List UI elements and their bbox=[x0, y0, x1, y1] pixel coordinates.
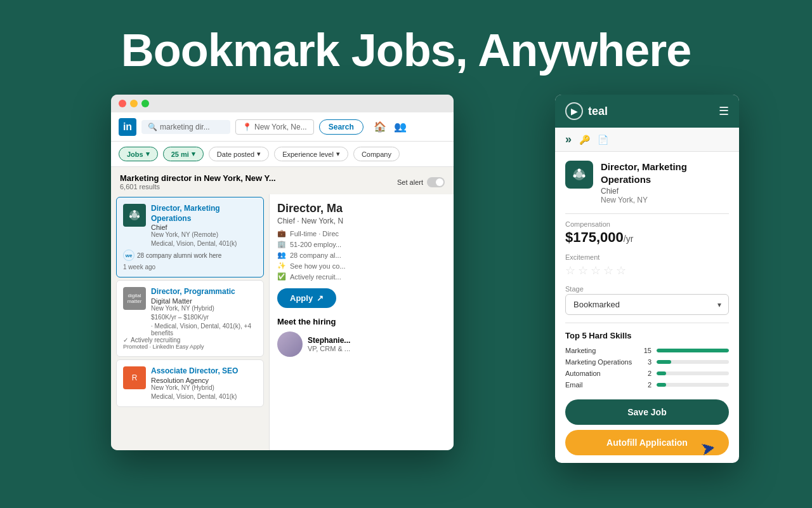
home-icon[interactable]: 🏠 bbox=[374, 121, 386, 133]
alumni-info-1: we 28 company alumni work here bbox=[123, 250, 257, 261]
skill-bar-fill-1 bbox=[657, 349, 729, 352]
stage-select[interactable]: Bookmarked Applied Interviewing Offer Re… bbox=[565, 294, 729, 315]
job-title-1: Director, Marketing Operations bbox=[151, 204, 257, 224]
star-4[interactable]: ☆ bbox=[603, 264, 613, 277]
company-logo-dm: digital matter bbox=[123, 287, 146, 310]
filter-jobs[interactable]: Jobs ▾ bbox=[119, 147, 158, 161]
filter-company[interactable]: Company bbox=[353, 147, 400, 161]
teal-logo-text: teal bbox=[588, 105, 608, 118]
list-item[interactable]: Director, Marketing Operations Chief New… bbox=[116, 197, 264, 277]
fast-forward-icon[interactable]: » bbox=[565, 133, 572, 146]
teal-job-company: Chief bbox=[601, 187, 729, 196]
teal-company-logo bbox=[565, 161, 593, 189]
dot-close[interactable] bbox=[119, 100, 126, 107]
job-location-2: New York, NY (Hybrid) bbox=[151, 305, 257, 312]
alert-switch[interactable] bbox=[427, 177, 445, 187]
meta-recruiting: ✅ Actively recruit... bbox=[277, 272, 446, 281]
filter-date[interactable]: Date posted ▾ bbox=[209, 147, 269, 161]
meta-match: ✨ See how you co... bbox=[277, 262, 446, 270]
skill-count-3: 2 bbox=[640, 370, 652, 377]
teal-header: ▶ teal ☰ bbox=[555, 95, 739, 128]
results-count: 6,601 results bbox=[120, 183, 276, 190]
job-benefits-2: · Medical, Vision, Dental, 401(k), +4 be… bbox=[151, 323, 257, 337]
teal-footer: Save Job Autofill Application ⮞ bbox=[555, 392, 739, 463]
job-title-2: Director, Programmatic bbox=[151, 287, 257, 297]
hiring-name: Stephanie... bbox=[308, 336, 350, 345]
search-button[interactable]: Search bbox=[319, 119, 363, 135]
location-bar[interactable]: 📍 New York, Ne... bbox=[235, 119, 314, 135]
job-detail-panel: Director, Ma Chief · New York, N 💼 Full-… bbox=[270, 194, 454, 450]
job-info-1: Director, Marketing Operations Chief New… bbox=[151, 204, 257, 247]
divider-1 bbox=[565, 213, 729, 214]
teal-job-info: Director, Marketing Operations Chief New… bbox=[601, 161, 729, 204]
svg-point-8 bbox=[573, 175, 577, 178]
skill-count-4: 2 bbox=[640, 381, 652, 389]
company-name-1: Chief bbox=[151, 224, 257, 231]
autofill-wrapper: Autofill Application ⮞ bbox=[565, 430, 729, 455]
svg-point-9 bbox=[582, 175, 586, 178]
network-icon[interactable]: 👥 bbox=[394, 121, 407, 133]
check-icon: ✓ bbox=[123, 337, 128, 344]
hiring-title-text: VP, CRM & ... bbox=[308, 345, 350, 352]
list-item[interactable]: R Associate Director, SEO Resolution Age… bbox=[116, 359, 264, 407]
filter-experience[interactable]: Experience level ▾ bbox=[274, 147, 348, 161]
dot-minimize[interactable] bbox=[130, 100, 138, 107]
promoted-tag-2: Promoted · LinkedIn Easy Apply bbox=[123, 344, 257, 350]
building-icon: 🏢 bbox=[277, 240, 286, 248]
company-name-3: Resolution Agency bbox=[151, 377, 257, 384]
skill-row-automation: Automation 2 bbox=[565, 370, 729, 377]
star-3[interactable]: ☆ bbox=[591, 264, 601, 277]
job-salary-2: $160K/yr – $180K/yr bbox=[151, 314, 257, 321]
search-bar[interactable]: 🔍 marketing dir... bbox=[141, 120, 230, 134]
linkedin-logo: in bbox=[119, 118, 136, 136]
hiring-title: Meet the hiring bbox=[277, 317, 446, 326]
save-job-button[interactable]: Save Job bbox=[565, 399, 729, 425]
skill-row-mktg-ops: Marketing Operations 3 bbox=[565, 358, 729, 366]
dot-maximize[interactable] bbox=[141, 100, 149, 107]
star-5[interactable]: ☆ bbox=[616, 264, 626, 277]
key-icon[interactable]: 🔑 bbox=[579, 135, 590, 145]
compensation-label: Compensation bbox=[565, 220, 729, 228]
list-item[interactable]: digital matter Director, Programmatic Di… bbox=[116, 280, 264, 357]
detail-meta: 💼 Full-time · Direc 🏢 51-200 employ... 👥… bbox=[277, 229, 446, 281]
skill-count-1: 15 bbox=[640, 347, 652, 354]
meta-size: 🏢 51-200 employ... bbox=[277, 240, 446, 248]
linkedin-navbar: in 🔍 marketing dir... 📍 New York, Ne... … bbox=[111, 112, 454, 142]
location-text: New York, Ne... bbox=[254, 123, 307, 131]
excitement-label: Excitement bbox=[565, 253, 729, 261]
document-icon[interactable]: 📄 bbox=[598, 135, 608, 145]
posted-time-1: 1 week ago bbox=[123, 264, 257, 271]
set-alert-label: Set alert bbox=[397, 178, 423, 186]
hiring-person-info: Stephanie... VP, CRM & ... bbox=[308, 336, 350, 352]
stage-section: Stage Bookmarked Applied Interviewing Of… bbox=[565, 285, 729, 315]
detail-title: Director, Ma bbox=[277, 202, 417, 215]
apply-button[interactable]: Apply ↗ bbox=[277, 288, 336, 308]
browser-window: in 🔍 marketing dir... 📍 New York, Ne... … bbox=[111, 95, 454, 450]
company-logo-chief bbox=[123, 204, 146, 227]
job-title-3: Associate Director, SEO bbox=[151, 366, 257, 377]
skill-bar-bg-1 bbox=[657, 349, 729, 352]
star-rating: ☆ ☆ ☆ ☆ ☆ bbox=[565, 264, 729, 277]
svg-point-1 bbox=[132, 213, 137, 218]
teal-job-title: Director, Marketing Operations bbox=[601, 161, 729, 185]
skill-bar-bg-4 bbox=[657, 383, 729, 387]
filter-distance[interactable]: 25 mi ▾ bbox=[163, 147, 204, 161]
job-location-1: New York, NY (Remote) bbox=[151, 231, 257, 238]
hiring-person: Stephanie... VP, CRM & ... bbox=[277, 331, 446, 357]
set-alert-toggle[interactable]: Set alert bbox=[397, 177, 445, 187]
job-benefits-1: Medical, Vision, Dental, 401(k) bbox=[151, 240, 257, 247]
compensation-section: Compensation $175,000/yr bbox=[565, 220, 729, 246]
stage-wrapper: Bookmarked Applied Interviewing Offer Re… bbox=[565, 294, 729, 315]
nav-icons: 🏠 👥 bbox=[374, 121, 407, 133]
teal-logo: ▶ teal bbox=[565, 102, 608, 120]
star-1[interactable]: ☆ bbox=[565, 264, 575, 277]
excitement-section: Excitement ☆ ☆ ☆ ☆ ☆ bbox=[565, 253, 729, 277]
job-location-3: New York, NY (Hybrid) bbox=[151, 384, 257, 391]
job-info-3: Associate Director, SEO Resolution Agenc… bbox=[151, 366, 257, 400]
external-link-icon: ↗ bbox=[317, 293, 324, 303]
svg-point-4 bbox=[137, 215, 140, 218]
skill-name-4: Email bbox=[565, 381, 635, 389]
meta-alumni: 👥 28 company al... bbox=[277, 251, 446, 259]
star-2[interactable]: ☆ bbox=[578, 264, 588, 277]
hamburger-menu-icon[interactable]: ☰ bbox=[719, 104, 729, 118]
